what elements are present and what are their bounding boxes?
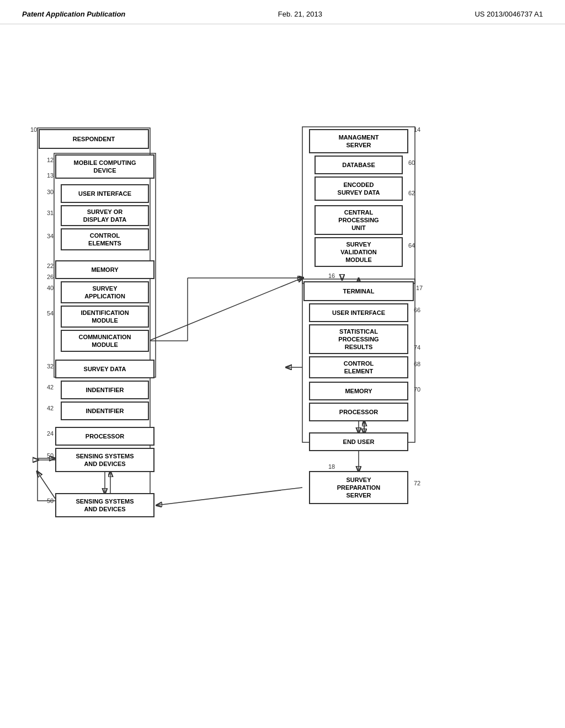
box-survey_display: SURVEY OR DISPLAY DATA bbox=[61, 205, 149, 226]
box-mobile_device: MOBILE COMPUTING DEVICE bbox=[55, 154, 154, 179]
box-memory: MEMORY bbox=[55, 260, 154, 279]
diagram-area: RESPONDENTMOBILE COMPUTING DEVICEUSER IN… bbox=[0, 24, 565, 686]
label-lbl40: 40 bbox=[47, 285, 54, 291]
header-center: Feb. 21, 2013 bbox=[278, 10, 322, 18]
label-lbl12: 12 bbox=[47, 157, 54, 163]
label-lbl62: 62 bbox=[408, 190, 415, 196]
box-management_server: MANAGMENT SERVER bbox=[309, 129, 408, 153]
label-lbl14: 14 bbox=[414, 126, 420, 133]
label-lbl74: 74 bbox=[414, 344, 420, 351]
svg-line-9 bbox=[38, 472, 55, 499]
box-identifier2: INDENTIFIER bbox=[61, 402, 149, 420]
box-terminal_ui: USER INTERFACE bbox=[309, 303, 408, 322]
label-lbl68: 68 bbox=[414, 361, 420, 367]
svg-line-8 bbox=[157, 488, 302, 505]
box-identifier1: INDENTIFIER bbox=[61, 381, 149, 399]
label-lbl64: 64 bbox=[408, 242, 415, 249]
label-lbl50a: 50 bbox=[47, 452, 54, 459]
label-lbl10: 10 bbox=[30, 126, 37, 133]
box-survey_validation: SURVEY VALIDATION MODULE bbox=[315, 237, 403, 267]
label-lbl24: 24 bbox=[47, 430, 54, 437]
box-cpu: CENTRAL PROCESSING UNIT bbox=[315, 205, 403, 235]
label-lbl66: 66 bbox=[414, 307, 420, 313]
label-lbl18: 18 bbox=[328, 463, 335, 470]
box-user_interface: USER INTERFACE bbox=[61, 184, 149, 203]
box-control_element: CONTROL ELEMENT bbox=[309, 356, 408, 378]
label-lbl50b: 50 bbox=[47, 497, 54, 504]
box-survey_data: SURVEY DATA bbox=[55, 360, 154, 378]
box-end_user: END USER bbox=[309, 432, 408, 451]
page-header: Patent Application Publication Feb. 21, … bbox=[0, 0, 565, 24]
box-survey_application: SURVEY APPLICATION bbox=[61, 281, 149, 303]
box-respondent: RESPONDENT bbox=[39, 129, 149, 149]
box-survey_prep: SURVEY PREPARATION SERVER bbox=[309, 471, 408, 504]
label-lbl72: 72 bbox=[414, 480, 420, 486]
label-lbl60: 60 bbox=[408, 159, 415, 166]
label-lbl31: 31 bbox=[47, 210, 54, 216]
box-control_elements: CONTROL ELEMENTS bbox=[61, 228, 149, 250]
box-sensing_bottom: SENSING SYSTEMS AND DEVICES bbox=[55, 493, 154, 517]
box-database: DATABASE bbox=[315, 156, 403, 174]
box-processor_left: PROCESSOR bbox=[55, 427, 154, 446]
box-encoded_survey: ENCODED SURVEY DATA bbox=[315, 176, 403, 201]
svg-line-4 bbox=[150, 278, 302, 340]
label-lbl42b: 42 bbox=[47, 405, 54, 411]
label-lbl34: 34 bbox=[47, 233, 54, 239]
box-stat_processing: STATISTICAL PROCESSING RESULTS bbox=[309, 324, 408, 354]
box-processor_right: PROCESSOR bbox=[309, 403, 408, 421]
box-memory_right: MEMORY bbox=[309, 382, 408, 400]
label-lbl17: 17 bbox=[416, 285, 423, 291]
label-lbl42a: 42 bbox=[47, 384, 54, 390]
label-lbl70: 70 bbox=[414, 386, 420, 393]
box-sensing_left: SENSING SYSTEMS AND DEVICES bbox=[55, 448, 154, 472]
box-identification_module: IDENTIFICATION MODULE bbox=[61, 306, 149, 328]
label-lbl30: 30 bbox=[47, 189, 54, 195]
label-lbl16: 16 bbox=[328, 272, 335, 279]
box-communication_module: COMMUNICATION MODULE bbox=[61, 330, 149, 352]
box-terminal: TERMINAL bbox=[303, 281, 414, 301]
header-left: Patent Application Publication bbox=[22, 10, 125, 18]
label-lbl54: 54 bbox=[47, 310, 54, 317]
label-lbl22: 22 bbox=[47, 263, 54, 269]
label-lbl26: 26 bbox=[47, 274, 54, 280]
label-lbl13: 13 bbox=[47, 172, 54, 179]
header-right: US 2013/0046737 A1 bbox=[475, 10, 543, 18]
label-lbl32: 32 bbox=[47, 363, 54, 370]
